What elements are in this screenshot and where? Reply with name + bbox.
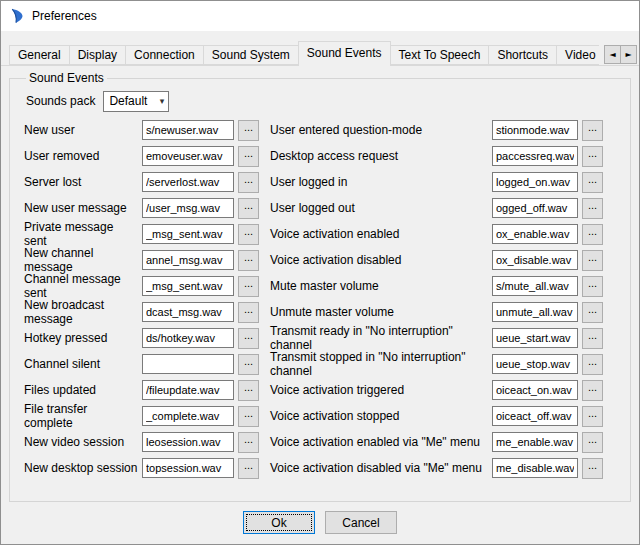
sound-file-input[interactable] [492,146,578,166]
sound-file-input[interactable] [492,458,578,478]
sound-file-input[interactable] [142,406,234,426]
browse-button[interactable]: ... [238,406,259,427]
tab-content: Sound Events Sounds pack Default ▾ New u… [1,66,639,544]
sound-event-row: Voice activation triggered... [270,377,620,403]
browse-button[interactable]: ... [582,380,603,401]
sound-event-label: Hotkey pressed [24,331,142,345]
sound-event-label: User entered question-mode [270,123,492,137]
tab-connection[interactable]: Connection [125,45,204,65]
sound-file-input[interactable] [142,380,234,400]
sound-file-input[interactable] [492,380,578,400]
sound-file-input[interactable] [492,276,578,296]
sound-event-row: Transmit stopped in "No interruption" ch… [270,351,620,377]
browse-button[interactable]: ... [582,458,603,479]
sound-file-input[interactable] [492,198,578,218]
browse-button[interactable]: ... [238,198,259,219]
sound-event-label: User removed [24,149,142,163]
sound-file-input[interactable] [142,354,234,374]
tab-scroll-right-button[interactable]: ► [620,45,637,64]
sound-events-right-column: User entered question-mode...Desktop acc… [270,117,620,481]
sound-file-input[interactable] [142,458,234,478]
browse-button[interactable]: ... [238,146,259,167]
sound-file-input[interactable] [142,198,234,218]
tab-text-to-speech[interactable]: Text To Speech [390,45,490,65]
tab-general[interactable]: General [9,45,70,65]
sound-event-row: New broadcast message... [24,299,270,325]
arrow-left-icon: ◄ [609,50,615,59]
browse-button[interactable]: ... [582,120,603,141]
browse-button[interactable]: ... [238,458,259,479]
browse-button[interactable]: ... [238,120,259,141]
browse-button[interactable]: ... [582,328,603,349]
sound-event-label: Channel silent [24,357,142,371]
sound-event-row: Unmute master volume... [270,299,620,325]
sound-event-row: Voice activation enabled via "Me" menu..… [270,429,620,455]
sound-event-row: File transfer complete... [24,403,270,429]
sound-event-row: User logged out... [270,195,620,221]
browse-button[interactable]: ... [582,406,603,427]
browse-button[interactable]: ... [238,354,259,375]
browse-button[interactable]: ... [582,432,603,453]
browse-button[interactable]: ... [238,276,259,297]
sound-event-row: Private message sent... [24,221,270,247]
sound-file-input[interactable] [142,250,234,270]
sound-events-columns: New user...User removed...Server lost...… [24,117,620,481]
sound-file-input[interactable] [142,224,234,244]
browse-button[interactable]: ... [582,224,603,245]
browse-button[interactable]: ... [238,302,259,323]
tab-scroll-left-button[interactable]: ◄ [604,45,621,64]
sound-file-input[interactable] [492,302,578,322]
sound-file-input[interactable] [142,120,234,140]
tab-shortcuts[interactable]: Shortcuts [488,45,557,65]
browse-button[interactable]: ... [582,302,603,323]
app-icon [9,8,25,24]
sound-file-input[interactable] [142,302,234,322]
cancel-button[interactable]: Cancel [325,511,397,534]
sound-file-input[interactable] [142,172,234,192]
sound-file-input[interactable] [492,432,578,452]
sound-event-row: New user message... [24,195,270,221]
browse-button[interactable]: ... [238,250,259,271]
sound-event-row: New video session... [24,429,270,455]
sound-event-row: Channel message sent... [24,273,270,299]
sound-event-row: User removed... [24,143,270,169]
sound-event-row: New channel message... [24,247,270,273]
sound-file-input[interactable] [142,328,234,348]
sound-event-row: Voice activation enabled... [270,221,620,247]
sound-event-row: User entered question-mode... [270,117,620,143]
browse-button[interactable]: ... [238,172,259,193]
browse-button[interactable]: ... [238,224,259,245]
sound-file-input[interactable] [142,432,234,452]
sound-file-input[interactable] [492,406,578,426]
sound-file-input[interactable] [492,250,578,270]
sound-events-left-column: New user...User removed...Server lost...… [24,117,270,481]
tab-display[interactable]: Display [69,45,126,65]
sound-file-input[interactable] [142,276,234,296]
browse-button[interactable]: ... [238,380,259,401]
sound-event-row: User logged in... [270,169,620,195]
ok-button[interactable]: Ok [243,511,315,534]
browse-button[interactable]: ... [582,198,603,219]
tab-sound-system[interactable]: Sound System [203,45,299,65]
sound-file-input[interactable] [492,172,578,192]
browse-button[interactable]: ... [582,146,603,167]
sound-file-input[interactable] [492,354,578,374]
browse-button[interactable]: ... [238,328,259,349]
tab-sound-events[interactable]: Sound Events [298,41,391,66]
sound-event-label: Unmute master volume [270,305,492,319]
sound-file-input[interactable] [492,120,578,140]
sounds-pack-select[interactable]: Default ▾ [103,91,169,112]
sound-file-input[interactable] [142,146,234,166]
sounds-pack-value: Default [109,94,147,108]
sound-event-row: Voice activation stopped... [270,403,620,429]
browse-button[interactable]: ... [582,172,603,193]
browse-button[interactable]: ... [582,250,603,271]
sound-event-label: New broadcast message [24,298,142,326]
sound-file-input[interactable] [492,224,578,244]
sound-event-label: Private message sent [24,220,142,248]
browse-button[interactable]: ... [582,276,603,297]
sound-file-input[interactable] [492,328,578,348]
browse-button[interactable]: ... [582,354,603,375]
browse-button[interactable]: ... [238,432,259,453]
tab-video[interactable]: Video [556,45,599,65]
